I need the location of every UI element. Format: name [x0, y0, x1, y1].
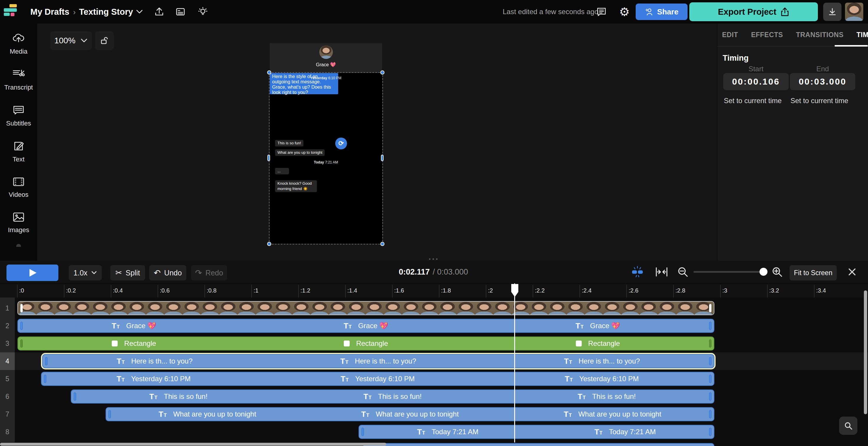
selection-corner-handle[interactable] [267, 242, 271, 246]
ruler-tick-label: :0.6 [160, 287, 169, 294]
timeline-clip-row1[interactable] [18, 301, 714, 315]
selection-corner-handle[interactable] [380, 70, 384, 74]
close-timeline-icon[interactable] [845, 265, 859, 279]
set-end-to-current-time[interactable]: Set to current time [790, 97, 848, 105]
video-thumbnail [329, 302, 347, 315]
undo-button[interactable]: ↶ Undo [149, 265, 186, 280]
timeline-tracks: 12345678 TTGrace 💖TTGrace 💖TTGrace 💖Rect… [0, 298, 868, 446]
timeline-clip-row4[interactable]: TTHere is th... to you?TTHere is th... t… [42, 354, 714, 368]
clip-left-handle[interactable] [20, 304, 23, 312]
clip-left-handle[interactable] [45, 357, 48, 365]
timeline-clip-row9[interactable] [363, 443, 714, 446]
track-number-8: 8 [0, 423, 15, 441]
playhead-handle[interactable] [511, 284, 519, 299]
clip-label: What are you up to tonight [173, 410, 256, 418]
collapse-gaps-icon[interactable] [654, 265, 669, 279]
clip-right-handle[interactable] [709, 322, 711, 330]
timeline-clip-row2[interactable]: TTGrace 💖TTGrace 💖TTGrace 💖 [18, 319, 714, 333]
clip-right-handle[interactable] [709, 357, 711, 365]
clip-left-handle[interactable] [108, 410, 111, 418]
clip-label-segment: TTThis is so fun! [500, 390, 714, 403]
playback-speed-dropdown[interactable]: 1.0x [69, 265, 102, 280]
redo-button[interactable]: ↷ Redo [191, 265, 227, 280]
breadcrumb-my-drafts[interactable]: My Drafts [30, 7, 69, 17]
timeline-clip-row7[interactable]: TTWhat are you up to tonightTTWhat are y… [105, 407, 714, 421]
sidebar-item-media[interactable]: Media [1, 33, 36, 56]
notes-icon[interactable] [171, 2, 190, 21]
timeline-zoom-slider[interactable] [693, 271, 764, 273]
user-avatar[interactable] [845, 3, 863, 21]
suggestions-bulb-icon[interactable] [193, 2, 212, 21]
clip-right-handle[interactable] [709, 375, 711, 383]
timeline-horizontal-scrollbar[interactable] [0, 443, 386, 446]
timeline-search-button[interactable] [839, 416, 857, 435]
chat-timestamp: Today 7:21 AM [270, 160, 382, 164]
publish-icon[interactable] [150, 2, 168, 21]
export-project-button[interactable]: Export Project [689, 2, 818, 21]
video-thumbnail [585, 302, 603, 315]
timeline-ruler[interactable]: :0:0.2:0.4:0.6:0.8:1:1.2:1.4:1.6:1.8:2:2… [0, 283, 868, 298]
fit-to-screen-button[interactable]: Fit to Screen [789, 265, 837, 280]
clip-right-handle[interactable] [709, 428, 711, 436]
canvas-lock-button[interactable] [95, 31, 114, 50]
tab-effects[interactable]: EFFECTS [751, 31, 783, 39]
end-time-field[interactable]: 00:03.000 [790, 73, 855, 90]
split-button[interactable]: ✂ Split [110, 265, 145, 280]
selected-outgoing-bubble[interactable]: Here is the style of an outgoing text me… [270, 73, 338, 94]
video-thumbnail [237, 302, 256, 315]
settings-gear-icon[interactable]: ⚙ [615, 2, 634, 21]
zoom-out-icon[interactable] [676, 265, 690, 279]
timeline-clip-row8[interactable]: TTToday 7:21 AMTTToday 7:21 AM [359, 425, 714, 439]
set-start-to-current-time[interactable]: Set to current time [724, 97, 782, 105]
redo-label: Redo [206, 269, 223, 277]
comments-icon[interactable] [592, 2, 611, 21]
typing-bubble[interactable]: ... [275, 168, 289, 174]
chevron-down-icon [91, 271, 97, 275]
share-button[interactable]: Share [636, 4, 687, 20]
breadcrumb-project-title[interactable]: Texting Story [79, 7, 133, 17]
timeline-clip-row3[interactable]: RectangleRectangleRectangle [18, 336, 714, 350]
download-button[interactable] [823, 3, 841, 21]
timeline-resize-handle[interactable] [429, 259, 437, 260]
ruler-tick-label: :1.8 [441, 287, 451, 294]
clip-left-handle[interactable] [44, 375, 46, 383]
clip-left-handle[interactable] [20, 322, 23, 330]
selection-corner-handle[interactable] [267, 70, 271, 74]
canvas-zoom-dropdown[interactable]: 100% [50, 31, 92, 50]
clip-label: Grace 💖 [358, 322, 388, 330]
snap-toggle[interactable] [630, 265, 645, 279]
zoom-in-icon[interactable] [770, 265, 784, 279]
ruler-tick [673, 285, 674, 298]
app-logo[interactable] [4, 4, 18, 18]
sidebar-item-text[interactable]: Text [1, 141, 36, 163]
replay-button[interactable]: ⟳ [335, 138, 347, 149]
sidebar-item-transcript[interactable]: Transcript [1, 69, 36, 91]
clip-right-handle[interactable] [709, 392, 711, 401]
clip-left-handle[interactable] [74, 392, 76, 401]
start-time-field[interactable]: 00:00.106 [723, 73, 789, 90]
clip-left-handle[interactable] [362, 428, 364, 436]
sidebar-item-subtitles[interactable]: Subtitles [1, 105, 36, 127]
clip-right-handle[interactable] [709, 304, 711, 312]
sidebar-item-videos[interactable]: Videos [1, 177, 36, 199]
selection-corner-handle[interactable] [380, 242, 384, 246]
message-bubble[interactable]: Knock knock? Good morning friend ☀️ [275, 180, 317, 192]
timeline-clip-row6[interactable]: TTThis is so fun!TTThis is so fun!TTThis… [71, 389, 714, 404]
undo-arrow-icon: ↶ [154, 268, 160, 278]
tab-edit[interactable]: EDIT [722, 31, 738, 39]
message-bubble[interactable]: This is so fun! [275, 140, 303, 146]
timeline-clip-row5[interactable]: TTYesterday 6:10 PMTTYesterday 6:10 PMTT… [41, 372, 714, 386]
timeline-vertical-scrollbar[interactable] [864, 290, 867, 414]
tab-timing[interactable]: TIMING [857, 31, 868, 39]
undo-label: Undo [164, 269, 182, 277]
phone-preview[interactable]: Grace 💖 Yesterday 6:10 PMHere is the sty… [270, 43, 382, 244]
timeline-zoom-slider-thumb[interactable] [760, 268, 768, 276]
tab-transitions[interactable]: TRANSITIONS [796, 31, 843, 39]
clip-right-handle[interactable] [709, 410, 711, 418]
clip-right-handle[interactable] [709, 339, 711, 348]
sidebar-item-images[interactable]: Images [1, 212, 36, 234]
play-button[interactable] [6, 265, 58, 281]
message-bubble[interactable]: What are you up to tonight [275, 149, 324, 156]
clip-left-handle[interactable] [20, 339, 23, 348]
project-menu-caret-icon[interactable] [135, 9, 144, 16]
